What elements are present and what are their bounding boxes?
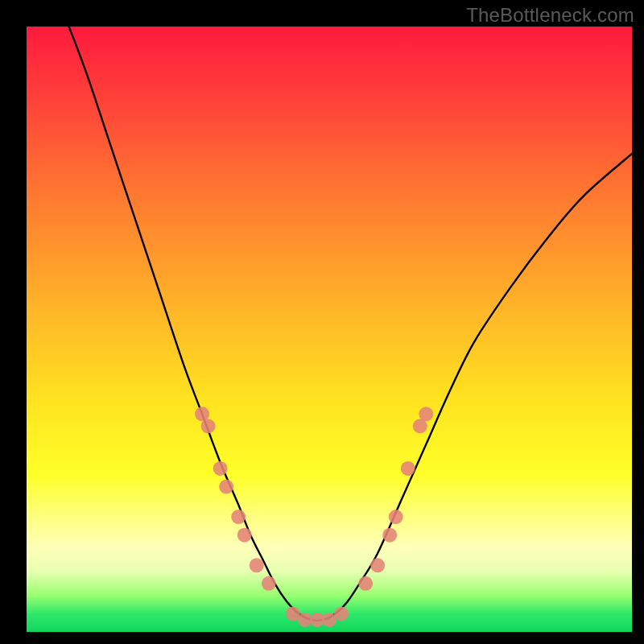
data-marker [201, 419, 216, 433]
data-marker [419, 407, 433, 421]
data-marker [250, 558, 264, 572]
watermark-text: TheBottleneck.com [466, 4, 634, 27]
data-marker [213, 461, 228, 476]
data-marker [401, 461, 415, 476]
data-marker [358, 576, 373, 591]
data-marker [237, 528, 252, 543]
data-marker [231, 510, 246, 524]
data-marker [262, 576, 276, 591]
chart-frame: TheBottleneck.com [0, 0, 644, 644]
data-marker [334, 606, 349, 621]
data-marker [370, 558, 385, 572]
data-marker [219, 480, 233, 494]
data-marker [389, 510, 403, 524]
chart-svg [27, 27, 632, 632]
plot-area [27, 27, 632, 632]
marker-group [195, 407, 433, 627]
data-marker [382, 528, 397, 543]
curve-path [69, 27, 632, 621]
